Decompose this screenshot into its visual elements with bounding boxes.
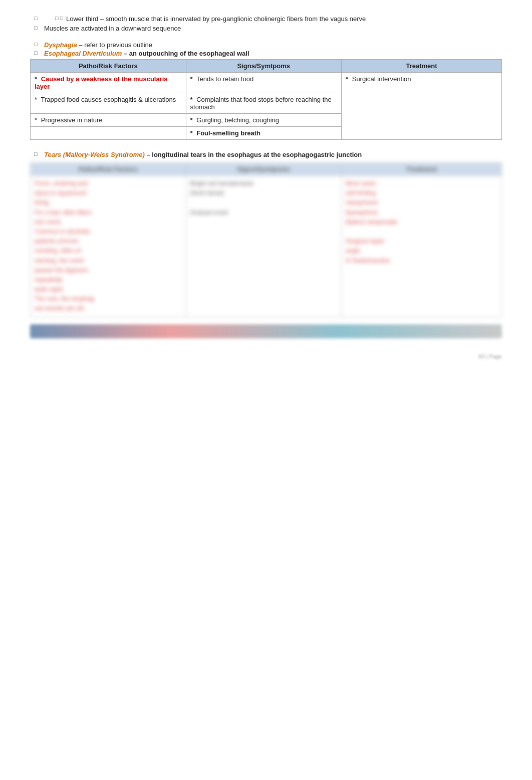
dysphagia-line: Dysphagia – refer to previous outline — [30, 41, 502, 49]
mallory-weiss-table-blurred: Patho/Risk Factors Signs/Symtpoms Treatm… — [30, 162, 502, 317]
intro-bullet-main-text: Muscles are activated in a downward sequ… — [44, 25, 181, 32]
blurred-header-row: Patho/Risk Factors Signs/Symtpoms Treatm… — [31, 163, 502, 176]
table1-row1-signs-text: Tends to retain food — [196, 75, 253, 83]
table1-header-signs: Signs/Symtpoms — [186, 60, 342, 73]
blurred-data-row: Force, straining and injury to squamocel… — [31, 176, 502, 317]
intro-bullet-sub: □ Lower third – smooth muscle that is in… — [30, 15, 502, 23]
bottom-blurred-bar — [30, 324, 502, 338]
table1-row1-signs: * Tends to retain food — [186, 73, 342, 93]
table1-row4-signs: * Foul-smelling breath — [186, 127, 342, 140]
table1-header-treatment: Treatment — [342, 60, 502, 73]
sub-bullet-list: □ Lower third – smooth muscle that is in… — [55, 15, 502, 23]
table1-row2-signs: * Complaints that food stops before reac… — [186, 93, 342, 114]
table1-row-1: * Caused by a weakness of the muscularis… — [31, 73, 502, 93]
blurred-table: Patho/Risk Factors Signs/Symtpoms Treatm… — [30, 162, 502, 317]
table1-row4-patho — [31, 127, 186, 140]
mallory-weiss-label: Tears (Mallory-Weiss Syndrome) — [44, 151, 145, 158]
esophageal-diverticulum-suffix: – an outpouching of the esophageal wall — [122, 50, 249, 57]
table1-row1-treatment-text: Surgical intervention — [352, 75, 411, 83]
mallory-weiss-suffix: – longitudinal tears in the esophagus at… — [145, 151, 362, 158]
mallory-weiss-header: Tears (Mallory-Weiss Syndrome) – longitu… — [30, 151, 502, 158]
sub-bullet-1: □ Lower third – smooth muscle that is in… — [55, 15, 502, 23]
table1-row1-patho: * Caused by a weakness of the muscularis… — [31, 73, 186, 93]
table1-header-row: Patho/Risk Factors Signs/Symtpoms Treatm… — [31, 60, 502, 73]
blurred-col3: Most cases self-limiting Vasopressin Epi… — [342, 176, 502, 317]
page-number: 83 | Page — [30, 353, 502, 359]
dysphagia-suffix: – refer to previous outline — [77, 41, 152, 49]
table1-row2-patho-text: Trapped food causes esophagitis & ulcera… — [41, 96, 176, 103]
table1-row3-patho-text: Progressive in nature — [41, 116, 103, 124]
blurred-col1: Force, straining and injury to squamocel… — [31, 176, 186, 317]
sub-bullet-1-text: Lower third – smooth muscle that is inne… — [66, 15, 366, 23]
blurred-header-patho: Patho/Risk Factors — [31, 163, 186, 176]
esophageal-diverticulum-label: Esophageal Diverticulum — [44, 50, 122, 57]
table1-row3-signs-text: Gurgling, belching, coughing — [196, 116, 279, 124]
esophageal-diverticulum-line: Esophageal Diverticulum – an outpouching… — [30, 50, 502, 57]
table1-row2-signs-text: Complaints that food stops before reachi… — [190, 96, 332, 111]
table1-row1-patho-text: Caused by a weakness of the muscularis l… — [35, 75, 168, 90]
intro-bullet-main: Muscles are activated in a downward sequ… — [30, 25, 502, 32]
blurred-header-signs: Signs/Symtpoms — [186, 163, 342, 176]
table1-row2-patho: * Trapped food causes esophagitis & ulce… — [31, 93, 186, 114]
intro-section: □ Lower third – smooth muscle that is in… — [30, 15, 502, 32]
table1-row3-signs: * Gurgling, belching, coughing — [186, 114, 342, 127]
table1-row3-patho: * Progressive in nature — [31, 114, 186, 127]
table1-header-patho: Patho/Risk Factors — [31, 60, 186, 73]
table1-row1-treatment: * Surgical intervention — [342, 73, 502, 140]
blurred-header-treatment: Treatment — [342, 163, 502, 176]
mallory-weiss-section: Tears (Mallory-Weiss Syndrome) – longitu… — [30, 151, 502, 317]
blurred-col2: Bright red hematemesis (fresh blood) Gra… — [186, 176, 342, 317]
esophageal-diverticulum-table: Patho/Risk Factors Signs/Symtpoms Treatm… — [30, 59, 502, 140]
intro-bullet-list: □ Lower third – smooth muscle that is in… — [30, 15, 502, 32]
dysphagia-label: Dysphagia — [44, 41, 77, 49]
table1-row4-signs-text: Foul-smelling breath — [196, 129, 260, 137]
